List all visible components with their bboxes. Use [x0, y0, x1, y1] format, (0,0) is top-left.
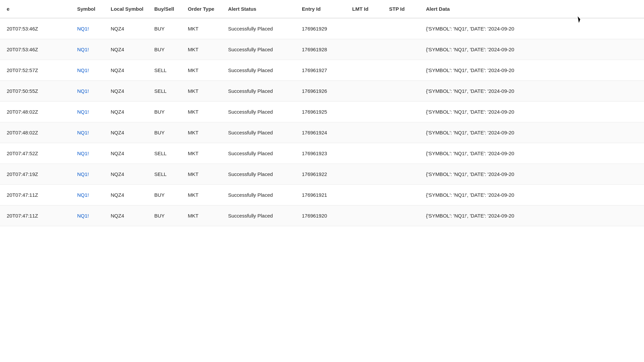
cell-lmt-id — [345, 122, 382, 143]
table-row[interactable]: 20T07:53:46ZNQ1!NQZ4BUYMKTSuccessfully P… — [0, 39, 644, 60]
cell-entry-id: 176961927 — [295, 60, 345, 81]
cell-buy-sell: BUY — [148, 122, 181, 143]
cell-stp-id — [382, 39, 419, 60]
cell-order-type: MKT — [181, 81, 221, 102]
cell-alert-data: {'SYMBOL': 'NQ1!', 'DATE': '2024-09-20 — [419, 102, 644, 122]
cell-stp-id — [382, 205, 419, 226]
table-header-row: e Symbol Local Symbol Buy/Sell Order Typ… — [0, 0, 644, 18]
cell-entry-id: 176961928 — [295, 39, 345, 60]
cell-lmt-id — [345, 81, 382, 102]
cell-lmt-id — [345, 18, 382, 39]
cell-alert-status: Successfully Placed — [221, 81, 295, 102]
table-row[interactable]: 20T07:48:02ZNQ1!NQZ4BUYMKTSuccessfully P… — [0, 102, 644, 122]
cell-symbol: NQ1! — [70, 205, 104, 226]
cell-entry-id: 176961924 — [295, 122, 345, 143]
cell-alert-status: Successfully Placed — [221, 143, 295, 164]
cell-order-type: MKT — [181, 60, 221, 81]
table-row[interactable]: 20T07:47:11ZNQ1!NQZ4BUYMKTSuccessfully P… — [0, 185, 644, 205]
col-header-stp-id[interactable]: STP Id — [382, 0, 419, 18]
orders-table-container: e Symbol Local Symbol Buy/Sell Order Typ… — [0, 0, 644, 362]
cell-local-symbol: NQZ4 — [104, 122, 148, 143]
cell-symbol: NQ1! — [70, 164, 104, 185]
cell-entry-id: 176961925 — [295, 102, 345, 122]
cell-lmt-id — [345, 164, 382, 185]
cell-alert-data: {'SYMBOL': 'NQ1!', 'DATE': '2024-09-20 — [419, 18, 644, 39]
col-header-symbol[interactable]: Symbol — [70, 0, 104, 18]
table-row[interactable]: 20T07:53:46ZNQ1!NQZ4BUYMKTSuccessfully P… — [0, 18, 644, 39]
cell-local-symbol: NQZ4 — [104, 185, 148, 205]
cell-alert-status: Successfully Placed — [221, 122, 295, 143]
cell-lmt-id — [345, 185, 382, 205]
cell-order-type: MKT — [181, 18, 221, 39]
cell-entry-id: 176961920 — [295, 205, 345, 226]
cell-entry-id: 176961929 — [295, 18, 345, 39]
cell-date: 20T07:50:55Z — [0, 81, 70, 102]
cell-order-type: MKT — [181, 185, 221, 205]
col-header-lmt-id[interactable]: LMT Id — [345, 0, 382, 18]
cell-buy-sell: SELL — [148, 81, 181, 102]
col-header-alert-data[interactable]: Alert Data — [419, 0, 644, 18]
cell-symbol: NQ1! — [70, 81, 104, 102]
table-row[interactable]: 20T07:50:55ZNQ1!NQZ4SELLMKTSuccessfully … — [0, 81, 644, 102]
cell-buy-sell: BUY — [148, 205, 181, 226]
cell-stp-id — [382, 122, 419, 143]
cell-buy-sell: SELL — [148, 164, 181, 185]
table-row[interactable]: 20T07:48:02ZNQ1!NQZ4BUYMKTSuccessfully P… — [0, 122, 644, 143]
cell-alert-data: {'SYMBOL': 'NQ1!', 'DATE': '2024-09-20 — [419, 60, 644, 81]
cell-lmt-id — [345, 102, 382, 122]
col-header-date[interactable]: e — [0, 0, 70, 18]
cell-stp-id — [382, 18, 419, 39]
cell-local-symbol: NQZ4 — [104, 39, 148, 60]
cell-lmt-id — [345, 39, 382, 60]
cell-symbol: NQ1! — [70, 18, 104, 39]
cell-symbol: NQ1! — [70, 39, 104, 60]
table-body: 20T07:53:46ZNQ1!NQZ4BUYMKTSuccessfully P… — [0, 18, 644, 226]
cell-local-symbol: NQZ4 — [104, 81, 148, 102]
cell-local-symbol: NQZ4 — [104, 143, 148, 164]
cell-alert-data: {'SYMBOL': 'NQ1!', 'DATE': '2024-09-20 — [419, 143, 644, 164]
cell-local-symbol: NQZ4 — [104, 18, 148, 39]
cell-alert-status: Successfully Placed — [221, 102, 295, 122]
cell-local-symbol: NQZ4 — [104, 102, 148, 122]
cell-symbol: NQ1! — [70, 122, 104, 143]
cell-date: 20T07:47:11Z — [0, 205, 70, 226]
col-header-buy-sell[interactable]: Buy/Sell — [148, 0, 181, 18]
cell-alert-data: {'SYMBOL': 'NQ1!', 'DATE': '2024-09-20 — [419, 81, 644, 102]
cell-symbol: NQ1! — [70, 185, 104, 205]
cell-local-symbol: NQZ4 — [104, 205, 148, 226]
cell-alert-status: Successfully Placed — [221, 39, 295, 60]
orders-table: e Symbol Local Symbol Buy/Sell Order Typ… — [0, 0, 644, 226]
cell-symbol: NQ1! — [70, 102, 104, 122]
cell-alert-data: {'SYMBOL': 'NQ1!', 'DATE': '2024-09-20 — [419, 122, 644, 143]
cell-date: 20T07:47:11Z — [0, 185, 70, 205]
cell-alert-data: {'SYMBOL': 'NQ1!', 'DATE': '2024-09-20 — [419, 185, 644, 205]
cell-date: 20T07:53:46Z — [0, 39, 70, 60]
cell-order-type: MKT — [181, 122, 221, 143]
cell-order-type: MKT — [181, 39, 221, 60]
col-header-order-type[interactable]: Order Type — [181, 0, 221, 18]
cell-local-symbol: NQZ4 — [104, 164, 148, 185]
col-header-entry-id[interactable]: Entry Id — [295, 0, 345, 18]
table-row[interactable]: 20T07:47:11ZNQ1!NQZ4BUYMKTSuccessfully P… — [0, 205, 644, 226]
cell-lmt-id — [345, 60, 382, 81]
table-row[interactable]: 20T07:52:57ZNQ1!NQZ4SELLMKTSuccessfully … — [0, 60, 644, 81]
cell-stp-id — [382, 143, 419, 164]
cell-alert-data: {'SYMBOL': 'NQ1!', 'DATE': '2024-09-20 — [419, 164, 644, 185]
cell-buy-sell: BUY — [148, 185, 181, 205]
col-header-local-symbol[interactable]: Local Symbol — [104, 0, 148, 18]
cell-date: 20T07:47:52Z — [0, 143, 70, 164]
cell-stp-id — [382, 185, 419, 205]
table-row[interactable]: 20T07:47:52ZNQ1!NQZ4SELLMKTSuccessfully … — [0, 143, 644, 164]
cell-alert-status: Successfully Placed — [221, 185, 295, 205]
cell-alert-status: Successfully Placed — [221, 164, 295, 185]
cell-stp-id — [382, 102, 419, 122]
cell-buy-sell: BUY — [148, 102, 181, 122]
cell-alert-status: Successfully Placed — [221, 205, 295, 226]
col-header-alert-status[interactable]: Alert Status — [221, 0, 295, 18]
table-row[interactable]: 20T07:47:19ZNQ1!NQZ4SELLMKTSuccessfully … — [0, 164, 644, 185]
cell-order-type: MKT — [181, 102, 221, 122]
cell-entry-id: 176961926 — [295, 81, 345, 102]
cell-order-type: MKT — [181, 205, 221, 226]
cell-stp-id — [382, 60, 419, 81]
cell-stp-id — [382, 81, 419, 102]
